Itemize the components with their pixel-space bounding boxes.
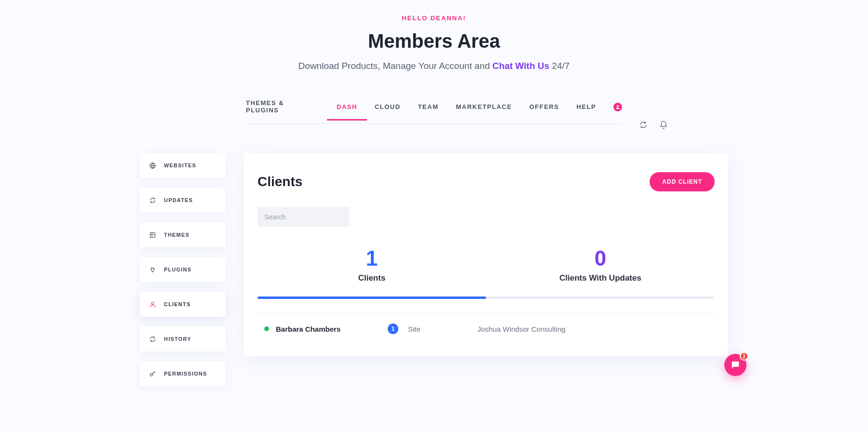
stat-value: 0 <box>486 246 715 270</box>
svg-point-2 <box>151 302 154 304</box>
svg-point-3 <box>150 373 152 376</box>
tab-offers[interactable]: OFFERS <box>529 94 559 120</box>
sidebar-item-label: HISTORY <box>164 336 191 342</box>
sidebar-item-plugins[interactable]: PLUGINS <box>140 257 226 282</box>
stats-underline <box>258 297 715 299</box>
clients-card: Clients ADD CLIENT 1 Clients 0 Clients W… <box>244 153 728 356</box>
key-icon <box>149 370 156 378</box>
stats-row: 1 Clients 0 Clients With Updates <box>258 246 715 283</box>
card-title: Clients <box>258 174 302 189</box>
sidebar-item-label: PLUGINS <box>164 267 191 272</box>
chat-fab[interactable]: 2 <box>724 354 746 376</box>
history-icon <box>149 335 156 343</box>
sidebar-item-label: THEMES <box>164 232 190 238</box>
chat-badge: 2 <box>740 352 748 361</box>
sidebar-item-permissions[interactable]: PERMISSIONS <box>140 361 226 386</box>
sidebar-item-clients[interactable]: CLIENTS <box>140 292 226 317</box>
stat-label: Clients <box>258 273 486 283</box>
utility-icons <box>639 121 668 131</box>
status-dot-icon <box>264 326 269 331</box>
refresh-icon[interactable] <box>639 121 648 131</box>
client-row[interactable]: Barbara Chambers 1 Site Joshua Windsor C… <box>258 313 715 343</box>
page-subtitle: Download Products, Manage Your Account a… <box>0 61 868 71</box>
grid-icon <box>149 231 156 239</box>
search-input[interactable] <box>258 207 349 227</box>
refresh-icon <box>149 196 156 204</box>
stats-active-bar <box>258 297 486 299</box>
svg-rect-1 <box>150 232 155 237</box>
stat-clients-with-updates[interactable]: 0 Clients With Updates <box>486 246 715 283</box>
tab-help[interactable]: HELP <box>576 94 596 120</box>
add-client-button[interactable]: ADD CLIENT <box>650 172 715 191</box>
top-nav: THEMES & PLUGINS DASH CLOUD TEAM MARKETP… <box>246 91 622 124</box>
sidebar: WEBSITES UPDATES THEMES PLUGINS CLIENTS … <box>140 153 226 386</box>
globe-icon <box>149 162 156 169</box>
stat-value: 1 <box>258 246 486 270</box>
sidebar-item-history[interactable]: HISTORY <box>140 326 226 351</box>
tab-themes-plugins[interactable]: THEMES & PLUGINS <box>246 91 319 123</box>
sidebar-item-label: UPDATES <box>164 197 193 203</box>
plug-icon <box>149 266 156 273</box>
sidebar-item-label: PERMISSIONS <box>164 371 207 377</box>
tab-marketplace[interactable]: MARKETPLACE <box>456 94 512 120</box>
tab-team[interactable]: TEAM <box>418 94 439 120</box>
sidebar-item-themes[interactable]: THEMES <box>140 222 226 247</box>
site-name: Joshua Windsor Consulting <box>477 325 566 333</box>
page-title: Members Area <box>0 30 868 52</box>
sidebar-item-websites[interactable]: WEBSITES <box>140 153 226 178</box>
user-icon <box>149 300 156 308</box>
tab-dash[interactable]: DASH <box>337 94 357 120</box>
chat-with-us-link[interactable]: Chat With Us <box>492 61 549 71</box>
account-icon[interactable] <box>613 103 622 111</box>
tab-cloud[interactable]: CLOUD <box>375 94 401 120</box>
stat-clients[interactable]: 1 Clients <box>258 246 486 283</box>
site-label: Site <box>408 325 456 333</box>
stat-label: Clients With Updates <box>486 273 715 283</box>
site-count-badge: 1 <box>388 324 398 334</box>
subtitle-text-before: Download Products, Manage Your Account a… <box>298 61 492 71</box>
bell-icon[interactable] <box>659 121 668 131</box>
subtitle-text-after: 24/7 <box>549 61 570 71</box>
greeting: HELLO DEANNA! <box>0 14 868 22</box>
sidebar-item-updates[interactable]: UPDATES <box>140 188 226 213</box>
sidebar-item-label: WEBSITES <box>164 162 196 168</box>
sidebar-item-label: CLIENTS <box>164 301 190 307</box>
client-name: Barbara Chambers <box>276 325 372 333</box>
